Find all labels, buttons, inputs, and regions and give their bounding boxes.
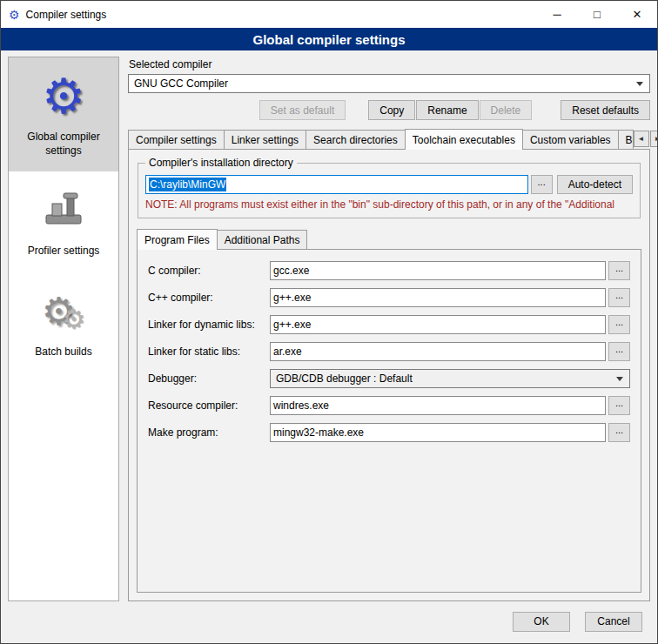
browse-directory-button[interactable]: ... [531,175,553,194]
app-gear-icon: ⚙ [9,9,20,21]
field-label: C++ compiler: [148,292,270,304]
toolchain-executables-page: Compiler's installation directory C:\ray… [128,149,650,601]
program-files-tabstrip: Program Files Additional Paths [137,229,641,249]
gray-gears-icon: ⚙ ⚙ [42,285,85,339]
copy-button[interactable]: Copy [368,100,415,120]
installation-directory-value: C:\raylib\MinGW [149,178,226,191]
cpp-compiler-input[interactable]: g++.exe [270,288,606,307]
tab-search-directories[interactable]: Search directories [306,130,406,149]
installation-directory-group: Compiler's installation directory C:\ray… [138,157,641,218]
field-label: Linker for dynamic libs: [148,319,270,331]
field-label: C compiler: [148,265,270,277]
sidebar: ⚙ Global compiler settings Profiler sett… [8,57,119,601]
field-label: Make program: [148,426,270,439]
browse-c-compiler-button[interactable]: ... [608,261,630,280]
set-as-default-button[interactable]: Set as default [259,100,346,120]
field-row-static-linker: Linker for static libs: ar.exe ... [148,342,630,361]
selected-compiler-select[interactable]: GNU GCC Compiler [128,74,650,93]
field-label: Linker for static libs: [148,345,270,358]
static-linker-input[interactable]: ar.exe [270,342,606,361]
compiler-settings-window: ⚙ Compiler settings ─ □ ✕ Global compile… [0,0,658,644]
browse-make-program-button[interactable]: ... [608,423,630,442]
field-row-dynamic-linker: Linker for dynamic libs: g++.exe ... [148,315,630,334]
resource-compiler-input[interactable]: windres.exe [270,396,606,415]
program-files-page: C compiler: gcc.exe ... C++ compiler: g+… [137,249,641,593]
dynamic-linker-input[interactable]: g++.exe [270,315,606,334]
dialog-footer: OK Cancel [1,607,657,643]
sidebar-item-label: Batch builds [35,345,91,359]
installation-directory-legend: Compiler's installation directory [145,157,297,169]
settings-tabstrip: Compiler settings Linker settings Search… [128,129,650,149]
selected-compiler-label: Selected compiler [129,58,650,70]
ok-button[interactable]: OK [513,612,570,632]
profiler-tool-icon [41,184,86,238]
tab-toolchain-executables[interactable]: Toolchain executables [405,129,523,150]
titlebar: ⚙ Compiler settings ─ □ ✕ [1,1,657,28]
reset-defaults-button[interactable]: Reset defaults [561,100,650,120]
browse-dynamic-linker-button[interactable]: ... [608,315,630,334]
tab-additional-paths[interactable]: Additional Paths [217,230,308,249]
minimize-button[interactable]: ─ [537,1,577,28]
dialog-header: Global compiler settings [1,28,657,50]
browse-static-linker-button[interactable]: ... [608,342,630,361]
field-row-resource-compiler: Resource compiler: windres.exe ... [148,396,630,415]
browse-cpp-compiler-button[interactable]: ... [608,288,630,307]
compiler-actions: Set as default Copy Rename Delete Reset … [128,100,650,120]
field-row-c-compiler: C compiler: gcc.exe ... [148,261,630,280]
sidebar-item-label: Global compiler settings [12,131,115,158]
tab-scroll-left-icon[interactable]: ◄ [634,131,649,147]
tab-build-options[interactable]: Buil [618,130,634,149]
chevron-down-icon [636,82,643,86]
sidebar-item-profiler-settings[interactable]: Profiler settings [9,171,118,272]
sidebar-item-global-compiler-settings[interactable]: ⚙ Global compiler settings [9,57,118,171]
debugger-select[interactable]: GDB/CDB debugger : Default [270,369,630,388]
chevron-down-icon [616,377,623,381]
field-label: Resource compiler: [148,399,270,412]
maximize-button[interactable]: □ [577,1,617,28]
tab-scroll-right-icon[interactable]: ► [650,131,658,147]
rename-button[interactable]: Rename [416,100,478,120]
sidebar-item-label: Profiler settings [28,245,100,258]
main-panel: Selected compiler GNU GCC Compiler Set a… [128,57,650,601]
delete-button[interactable]: Delete [480,100,533,120]
installation-directory-row: C:\raylib\MinGW ... Auto-detect [145,175,633,194]
field-row-debugger: Debugger: GDB/CDB debugger : Default [148,369,630,388]
tab-linker-settings[interactable]: Linker settings [224,130,306,149]
blue-gear-icon: ⚙ [42,70,85,124]
browse-resource-compiler-button[interactable]: ... [608,396,630,415]
field-label: Debugger: [148,372,270,385]
directory-note: NOTE: All programs must exist either in … [145,198,633,211]
c-compiler-input[interactable]: gcc.exe [270,261,606,280]
auto-detect-button[interactable]: Auto-detect [557,175,633,194]
cancel-button[interactable]: Cancel [585,612,642,632]
field-row-make-program: Make program: mingw32-make.exe ... [148,423,630,442]
tab-program-files[interactable]: Program Files [137,229,218,250]
close-button[interactable]: ✕ [617,1,657,28]
selected-compiler-value: GNU GCC Compiler [134,77,228,90]
window-title: Compiler settings [26,9,107,21]
tab-compiler-settings[interactable]: Compiler settings [128,130,225,149]
tab-custom-variables[interactable]: Custom variables [522,130,619,149]
window-controls: ─ □ ✕ [537,1,657,28]
make-program-input[interactable]: mingw32-make.exe [270,423,606,442]
installation-directory-input[interactable]: C:\raylib\MinGW [145,175,528,194]
tab-scroll-controls: ◄ ► [633,131,658,149]
sidebar-item-batch-builds[interactable]: ⚙ ⚙ Batch builds [9,272,118,373]
field-row-cpp-compiler: C++ compiler: g++.exe ... [148,288,630,307]
dialog-body: ⚙ Global compiler settings Profiler sett… [1,50,657,607]
